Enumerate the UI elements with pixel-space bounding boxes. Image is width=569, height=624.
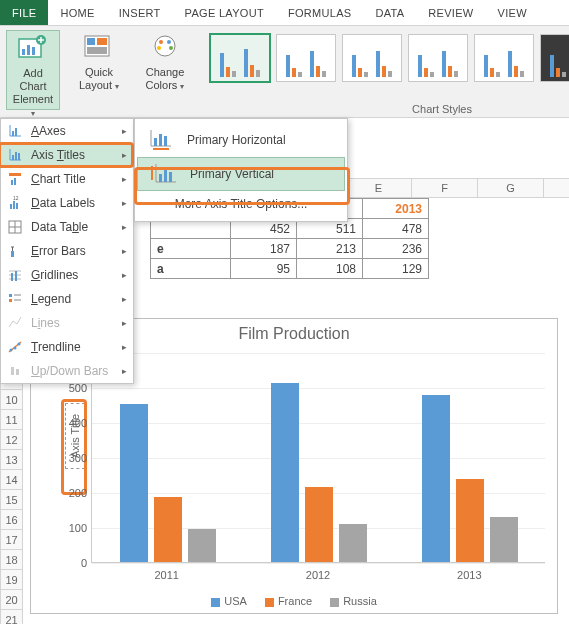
row-header[interactable]: 12 <box>0 430 23 450</box>
legend-item[interactable]: Russia <box>330 595 377 607</box>
data-table-icon <box>7 219 23 235</box>
chevron-down-icon: ▾ <box>31 109 35 118</box>
lines-icon <box>7 315 23 331</box>
chart-style-6[interactable] <box>540 34 569 82</box>
page-layout-tab[interactable]: PAGE LAYOUT <box>173 0 276 25</box>
svg-rect-8 <box>87 47 107 54</box>
chart-style-4[interactable] <box>408 34 468 82</box>
svg-point-9 <box>155 36 175 56</box>
data-tab[interactable]: DATA <box>363 0 416 25</box>
svg-rect-42 <box>164 170 167 182</box>
bar[interactable] <box>188 529 216 562</box>
menu-data-table[interactable]: Data Table▸ <box>1 215 133 239</box>
menu-lines: Lines▸ <box>1 311 133 335</box>
cell[interactable]: 108 <box>297 259 363 279</box>
chart-style-1[interactable] <box>210 34 270 82</box>
svg-rect-1 <box>22 49 25 55</box>
col-header-e[interactable]: E <box>346 178 412 198</box>
svg-rect-18 <box>18 153 20 160</box>
y-tick-label: 300 <box>61 452 87 464</box>
svg-rect-38 <box>159 134 162 146</box>
menu-axis-titles[interactable]: Axis Titles▸ <box>1 143 133 167</box>
cell[interactable]: 478 <box>363 219 429 239</box>
primary-vertical-icon <box>150 162 178 186</box>
svg-rect-24 <box>16 203 18 209</box>
bar[interactable] <box>422 395 450 562</box>
menu-trendline[interactable]: Trendline▸ <box>1 335 133 359</box>
cell[interactable]: 2013 <box>363 199 429 219</box>
quick-layout-button[interactable]: Quick Layout ▾ <box>72 30 126 110</box>
submenu-more-options[interactable]: More Axis Title Options... <box>135 191 347 217</box>
legend-item[interactable]: USA <box>211 595 247 607</box>
bar[interactable] <box>120 404 148 562</box>
row-header[interactable]: 15 <box>0 490 23 510</box>
chart-style-3[interactable] <box>342 34 402 82</box>
menu-gridlines[interactable]: Gridlines▸ <box>1 263 133 287</box>
cell[interactable]: 213 <box>297 239 363 259</box>
bar[interactable] <box>154 497 182 562</box>
col-header-f[interactable]: F <box>412 178 478 198</box>
home-tab[interactable]: HOME <box>48 0 106 25</box>
row-header[interactable]: 13 <box>0 450 23 470</box>
menu-axes[interactable]: AAxes▸ <box>1 119 133 143</box>
bar[interactable] <box>305 487 333 562</box>
svg-rect-21 <box>14 178 16 185</box>
row-header[interactable]: 20 <box>0 590 23 610</box>
menu-legend[interactable]: Legend▸ <box>1 287 133 311</box>
quick-layout-label: Quick Layout ▾ <box>79 66 119 93</box>
quick-layout-icon <box>83 32 115 64</box>
chevron-down-icon: ▾ <box>180 82 184 91</box>
svg-rect-16 <box>12 155 14 160</box>
row-header[interactable]: 18 <box>0 550 23 570</box>
formulas-tab[interactable]: FORMULAS <box>276 0 364 25</box>
svg-rect-19 <box>9 173 21 176</box>
bar[interactable] <box>456 479 484 562</box>
plot-area[interactable] <box>91 353 545 563</box>
y-tick-label: 100 <box>61 522 87 534</box>
svg-point-11 <box>167 40 171 44</box>
svg-rect-41 <box>159 174 162 182</box>
cell[interactable]: e <box>151 239 231 259</box>
row-header[interactable]: 21 <box>0 610 23 624</box>
cell[interactable]: 129 <box>363 259 429 279</box>
cell[interactable]: 187 <box>231 239 297 259</box>
trendline-icon <box>7 339 23 355</box>
menu-error-bars[interactable]: Error Bars▸ <box>1 239 133 263</box>
col-header-g[interactable]: G <box>478 178 544 198</box>
svg-rect-22 <box>10 204 12 209</box>
cell[interactable]: 236 <box>363 239 429 259</box>
row-header[interactable]: 14 <box>0 470 23 490</box>
menu-data-labels[interactable]: 12Data Labels▸ <box>1 191 133 215</box>
menu-chart-title[interactable]: Chart Title▸ <box>1 167 133 191</box>
bar[interactable] <box>490 517 518 562</box>
change-colors-label: Change Colors ▾ <box>146 66 185 93</box>
svg-text:12: 12 <box>13 195 19 201</box>
chart-style-2[interactable] <box>276 34 336 82</box>
insert-tab[interactable]: INSERT <box>107 0 173 25</box>
y-tick-label: 400 <box>61 417 87 429</box>
row-header[interactable]: 10 <box>0 390 23 410</box>
row-header[interactable]: 16 <box>0 510 23 530</box>
svg-rect-29 <box>15 271 17 281</box>
svg-rect-28 <box>11 273 13 281</box>
add-chart-element-button[interactable]: Add Chart Element ▾ <box>6 30 60 110</box>
change-colors-button[interactable]: Change Colors ▾ <box>138 30 192 110</box>
gridlines-icon <box>7 267 23 283</box>
col-header-h[interactable]: H <box>544 178 569 198</box>
bar[interactable] <box>271 383 299 562</box>
row-header[interactable]: 17 <box>0 530 23 550</box>
file-tab[interactable]: FILE <box>0 0 48 25</box>
column-headers: E F G H <box>346 178 569 198</box>
row-header[interactable]: 11 <box>0 410 23 430</box>
legend-item[interactable]: France <box>265 595 312 607</box>
chart-legend[interactable]: USAFranceRussia <box>31 595 557 607</box>
row-header[interactable]: 19 <box>0 570 23 590</box>
cell[interactable]: a <box>151 259 231 279</box>
review-tab[interactable]: REVIEW <box>416 0 485 25</box>
bar[interactable] <box>339 524 367 562</box>
cell[interactable]: 95 <box>231 259 297 279</box>
submenu-primary-vertical[interactable]: Primary Vertical <box>137 157 345 191</box>
submenu-primary-horizontal[interactable]: Primary Horizontal <box>135 123 347 157</box>
chart-style-5[interactable] <box>474 34 534 82</box>
view-tab[interactable]: VIEW <box>486 0 539 25</box>
